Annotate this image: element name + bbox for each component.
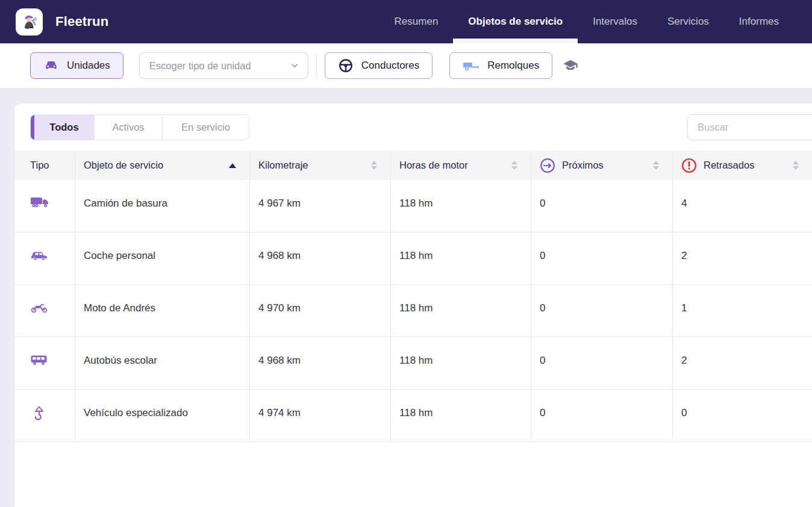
engine-hours-value: 118 hm [390, 337, 531, 389]
service-object-name[interactable]: Moto de Andrés [75, 285, 249, 337]
mileage-value: 4 967 km [249, 180, 390, 232]
column-objeto-de-servicio[interactable]: Objeto de servicio [75, 151, 249, 180]
car-front-icon [43, 58, 59, 73]
steering-wheel-icon [338, 58, 354, 73]
overdue-count: 4 [672, 180, 812, 232]
filter-row: Todos Activos En servicio [14, 104, 812, 151]
crane-hook-icon [34, 406, 45, 421]
bus-icon [30, 353, 48, 367]
remolques-button[interactable]: Remolques [449, 52, 552, 79]
status-tab-group: Todos Activos En servicio [30, 114, 249, 140]
training-graduation-cap-icon[interactable] [561, 57, 580, 74]
unit-type-select[interactable]: Escoger tipo de unidad [139, 52, 308, 79]
overdue-count: 2 [672, 232, 812, 284]
nav-intervalos[interactable]: Intervalos [578, 0, 652, 43]
conductores-button[interactable]: Conductores [325, 52, 433, 79]
table-row[interactable]: Moto de Andrés 4 970 km 118 hm 0 1 [14, 285, 812, 337]
mileage-value: 4 968 km [249, 232, 390, 284]
column-proximos[interactable]: Próximos [531, 151, 672, 180]
unidades-label: Unidades [67, 60, 110, 72]
mileage-value: 4 974 km [249, 390, 390, 441]
conductores-label: Conductores [361, 60, 419, 72]
column-kilometraje-label: Kilometraje [258, 160, 308, 171]
trailer-icon [463, 58, 479, 73]
remolques-label: Remolques [487, 60, 539, 72]
table-row[interactable]: Coche personal 4 968 km 118 hm 0 2 [14, 232, 812, 285]
tab-activos[interactable]: Activos [94, 115, 162, 140]
column-horas-de-motor[interactable]: Horas de motor [390, 151, 531, 180]
mileage-value: 4 968 km [249, 337, 390, 389]
toolbar-divider [316, 52, 317, 79]
column-retrasados-label: Retrasados [704, 160, 754, 171]
overdue-count: 1 [672, 285, 812, 337]
main-nav: Resumen Objetos de servicio Intervalos S… [379, 0, 794, 43]
overdue-count: 0 [672, 390, 812, 441]
service-object-name[interactable]: Coche personal [75, 232, 249, 284]
toolbar: Unidades Escoger tipo de unidad Conducto… [0, 43, 812, 88]
chevron-down-icon [290, 61, 299, 70]
column-objeto-label: Objeto de servicio [84, 160, 163, 171]
app-header: Fleetrun Resumen Objetos de servicio Int… [0, 0, 812, 43]
nav-informes[interactable]: Informes [724, 0, 794, 43]
service-objects-card: Todos Activos En servicio Tipo Objeto de… [14, 104, 812, 507]
service-objects-table: Tipo Objeto de servicio Kilometraje Hora… [14, 151, 812, 442]
tab-en-servicio[interactable]: En servicio [162, 115, 249, 140]
sort-icon[interactable] [793, 161, 799, 170]
table-row[interactable]: Autobús escolar 4 968 km 118 hm 0 2 [14, 337, 812, 390]
service-object-name[interactable]: Vehículo especializado [75, 390, 249, 441]
tab-todos[interactable]: Todos [31, 115, 94, 140]
mascot-icon [19, 11, 40, 32]
table-row[interactable]: Vehículo especializado 4 974 km 118 hm 0… [14, 390, 812, 442]
sort-asc-icon[interactable] [229, 163, 236, 168]
garbage-truck-icon [30, 196, 49, 210]
sort-icon[interactable] [653, 161, 659, 170]
nav-servicios[interactable]: Servicios [652, 0, 724, 43]
upcoming-count: 0 [531, 285, 672, 337]
sort-icon[interactable] [371, 161, 377, 170]
unit-type-placeholder: Escoger tipo de unidad [149, 60, 251, 72]
nav-objetos-de-servicio[interactable]: Objetos de servicio [453, 0, 578, 43]
service-object-name[interactable]: Autobús escolar [75, 337, 249, 389]
upcoming-count: 0 [531, 232, 672, 284]
column-proximos-label: Próximos [562, 160, 604, 171]
unidades-button[interactable]: Unidades [30, 52, 123, 79]
upcoming-count: 0 [531, 390, 672, 441]
service-object-name[interactable]: Camión de basura [75, 180, 249, 232]
fleetrun-logo [16, 8, 43, 36]
engine-hours-value: 118 hm [390, 180, 531, 232]
column-retrasados[interactable]: Retrasados [672, 151, 812, 180]
engine-hours-value: 118 hm [390, 285, 531, 337]
column-tipo: Tipo [14, 151, 75, 180]
column-kilometraje[interactable]: Kilometraje [249, 151, 390, 180]
search-input[interactable] [687, 114, 812, 140]
column-tipo-label: Tipo [30, 160, 49, 171]
column-horas-label: Horas de motor [399, 160, 468, 171]
car-side-icon [30, 249, 48, 262]
overdue-icon [681, 158, 697, 173]
upcoming-count: 0 [531, 180, 672, 232]
table-header-row: Tipo Objeto de servicio Kilometraje Hora… [14, 151, 812, 180]
mileage-value: 4 970 km [249, 285, 390, 337]
upcoming-icon [540, 158, 555, 173]
upcoming-count: 0 [531, 337, 672, 389]
engine-hours-value: 118 hm [390, 232, 531, 284]
overdue-count: 2 [672, 337, 812, 389]
sort-icon[interactable] [511, 161, 517, 170]
motorcycle-icon [30, 301, 48, 314]
nav-resumen[interactable]: Resumen [379, 0, 454, 43]
table-row[interactable]: Camión de basura 4 967 km 118 hm 0 4 [14, 180, 812, 232]
app-title: Fleetrun [55, 14, 108, 30]
engine-hours-value: 118 hm [390, 390, 531, 441]
